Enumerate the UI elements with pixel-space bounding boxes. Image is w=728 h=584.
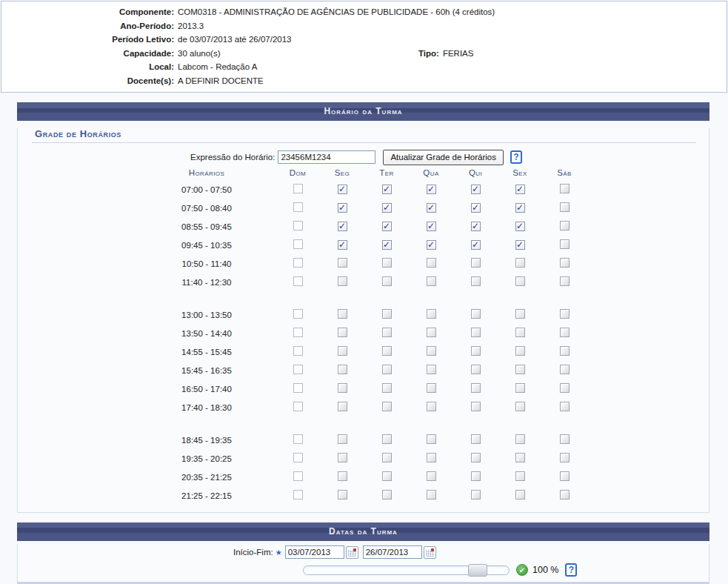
info-label-secondary: Tipo: (418, 47, 439, 61)
grid-cell (453, 342, 498, 361)
update-grid-button[interactable]: Atualizar Grade de Horários (383, 150, 504, 165)
checkbox-ter-4[interactable]: ✓ (382, 240, 392, 250)
checkbox-seg-1[interactable]: ✓ (338, 185, 347, 194)
start-date-calendar-icon[interactable] (346, 546, 358, 559)
expression-input[interactable] (278, 150, 375, 164)
time-slot-label: 07:50 - 08:40 (166, 199, 275, 217)
checkbox-dom-13[interactable] (293, 434, 303, 444)
checkbox-dom-8[interactable] (293, 328, 303, 337)
checkbox-dom-14[interactable] (293, 453, 303, 462)
grid-header-day-qui: Qui (453, 165, 498, 180)
grid-cell (409, 361, 453, 379)
checkbox-sab-13 (560, 434, 570, 444)
grid-cell (542, 449, 587, 468)
checkbox-sex-1[interactable]: ✓ (515, 185, 525, 194)
checkbox-qui-7 (471, 309, 481, 319)
grid-cell: ✓ (453, 236, 498, 254)
checkbox-dom-4[interactable] (293, 239, 303, 249)
grid-cell (275, 180, 320, 199)
grid-cell (275, 449, 320, 468)
checkbox-ter-12 (382, 402, 392, 411)
progress-slider[interactable] (303, 565, 510, 575)
checkbox-qua-3[interactable]: ✓ (427, 222, 436, 231)
grid-cell (320, 449, 364, 468)
grid-cell (453, 449, 498, 468)
checkbox-seg-2[interactable]: ✓ (338, 203, 347, 213)
grid-cell (542, 305, 587, 324)
checkbox-sex-14 (515, 453, 525, 462)
info-row: Componente:COM0318 - ADMINISTRAÇÃO DE AG… (1, 5, 727, 19)
checkbox-dom-16[interactable] (293, 490, 303, 500)
checkbox-sex-2[interactable]: ✓ (515, 203, 525, 213)
grid-cell (453, 468, 498, 486)
checkbox-dom-1[interactable] (293, 184, 303, 193)
checkbox-qua-4[interactable]: ✓ (427, 240, 436, 250)
grid-header-day-sab: Sáb (542, 165, 587, 180)
grid-cell (320, 254, 364, 273)
checkbox-qua-9 (427, 346, 436, 356)
checkbox-sex-4[interactable]: ✓ (515, 240, 525, 250)
checkbox-ter-3[interactable]: ✓ (382, 222, 392, 231)
expression-label: Expressão do Horário: (190, 153, 275, 162)
checkbox-dom-2[interactable] (293, 202, 303, 212)
grid-cell (275, 199, 320, 217)
checkbox-seg-4[interactable]: ✓ (338, 240, 347, 250)
date-range-label: Início-Fim: (233, 548, 273, 557)
checkbox-sex-15 (515, 471, 525, 481)
checkbox-dom-15[interactable] (293, 471, 303, 481)
checkbox-sex-16 (515, 490, 525, 500)
grade-section-title: Grade de Horários (35, 128, 709, 139)
end-date-calendar-icon[interactable] (424, 546, 436, 559)
schedule-row: 14:55 - 15:45 (166, 342, 587, 361)
progress-help-icon[interactable]: ? (565, 563, 577, 577)
grid-cell (364, 342, 409, 361)
grid-cell: ✓ (364, 217, 409, 236)
schedule-row: 13:50 - 14:40 (166, 324, 587, 342)
grid-cell (453, 324, 498, 342)
checkbox-dom-7[interactable] (293, 309, 303, 319)
checkbox-qui-8 (471, 328, 481, 337)
checkbox-dom-3[interactable] (293, 221, 303, 230)
grid-cell (320, 361, 364, 379)
time-slot-label: 13:50 - 14:40 (166, 324, 275, 342)
help-icon[interactable]: ? (510, 150, 522, 164)
checkbox-dom-9[interactable] (293, 346, 303, 356)
start-date-input[interactable] (285, 545, 344, 559)
checkbox-dom-11[interactable] (293, 383, 303, 393)
grid-cell (498, 486, 542, 505)
info-label: Capacidade: (1, 47, 174, 61)
checkbox-qui-11 (471, 383, 481, 393)
grid-cell (364, 431, 409, 449)
checkbox-qua-2[interactable]: ✓ (427, 203, 436, 213)
checkbox-seg-7 (338, 309, 347, 319)
checkbox-dom-12[interactable] (293, 402, 303, 411)
checkbox-qua-8 (427, 328, 436, 337)
checkbox-qua-1[interactable]: ✓ (427, 185, 436, 194)
checkbox-qua-5 (427, 258, 436, 268)
checkbox-sab-9 (560, 346, 570, 356)
checkbox-qui-3[interactable]: ✓ (471, 222, 481, 231)
grid-cell (409, 324, 453, 342)
grid-cell (364, 379, 409, 398)
checkbox-sab-12 (560, 402, 570, 411)
checkbox-qui-2[interactable]: ✓ (471, 203, 481, 213)
time-slot-label: 15:45 - 16:35 (166, 361, 275, 379)
grid-cell (364, 398, 409, 417)
progress-slider-handle[interactable] (468, 564, 487, 577)
checkbox-qui-1[interactable]: ✓ (471, 185, 481, 194)
checkbox-seg-11 (338, 383, 347, 393)
grid-cell (498, 342, 542, 361)
grid-cell (320, 342, 364, 361)
checkbox-qui-4[interactable]: ✓ (471, 240, 481, 250)
grid-cell (542, 324, 587, 342)
checkbox-dom-6[interactable] (293, 276, 303, 286)
checkbox-ter-2[interactable]: ✓ (382, 203, 392, 213)
checkbox-sex-9 (515, 346, 525, 356)
checkbox-dom-10[interactable] (293, 365, 303, 374)
checkbox-sex-3[interactable]: ✓ (515, 222, 525, 231)
checkbox-ter-1[interactable]: ✓ (382, 185, 392, 194)
checkbox-dom-5[interactable] (293, 258, 303, 268)
grid-cell (409, 305, 453, 324)
checkbox-seg-3[interactable]: ✓ (338, 222, 347, 231)
end-date-input[interactable] (363, 545, 422, 559)
